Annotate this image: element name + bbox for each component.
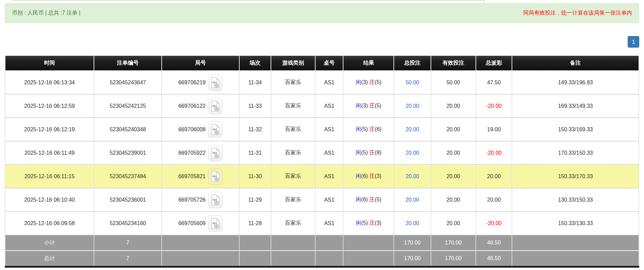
result-player-score: (6) — [361, 173, 369, 179]
video-replay-icon — [211, 148, 220, 158]
round-number: 669706219 — [178, 80, 206, 85]
cell-table-no: AS1 — [316, 95, 343, 118]
cell-bet-id: 523045234160 — [94, 212, 162, 235]
cell-payout: 20.00 — [476, 165, 512, 188]
table-row: 2025-12-16 06:09:58523045234160669705609… — [5, 212, 639, 235]
cell-result: 闲(6) 庄(3) — [343, 165, 394, 188]
cell-round: 669705922 — [162, 141, 239, 165]
cell-bet-id: 523045243647 — [94, 71, 162, 95]
summary-empty-cell — [343, 251, 394, 266]
cell-time: 2025-12-16 06:13:34 — [5, 71, 94, 95]
video-replay-button[interactable] — [208, 121, 223, 138]
cell-table-no: AS1 — [316, 71, 343, 95]
header-round: 局号 — [162, 56, 239, 71]
clipped-panel-border — [13, 0, 484, 1]
header-total-bet: 总投注 — [394, 56, 431, 71]
cell-remark: 169.33/149.33 — [512, 95, 639, 118]
video-replay-button[interactable] — [208, 215, 223, 232]
result-banker-label: 庄 — [369, 150, 375, 155]
cell-round: 669706219 — [162, 71, 239, 95]
summary-empty-cell — [316, 235, 343, 251]
result-banker-label: 庄 — [369, 197, 375, 202]
cell-game-type: 百家乐 — [271, 212, 316, 235]
video-replay-button[interactable] — [208, 98, 223, 114]
total-bet-link[interactable]: 20.00 — [405, 126, 419, 132]
cell-valid-bet: 50.00 — [431, 71, 476, 95]
cell-round: 669705726 — [162, 188, 239, 212]
total-bet-link[interactable]: 50.00 — [405, 80, 419, 85]
cell-total-bet: 20.00 — [394, 141, 431, 165]
cell-valid-bet: 20.00 — [431, 165, 476, 188]
cell-session: 11-31 — [240, 141, 271, 165]
video-replay-button[interactable] — [208, 145, 223, 161]
bet-records-table: 时间 注单编号 局号 场次 游戏类别 桌号 结果 总投注 有效投注 总派彩 备注… — [5, 56, 639, 268]
table-row: 2025-12-16 06:11:49523045239001669705922… — [5, 141, 639, 165]
result-banker-label: 庄 — [369, 103, 375, 108]
page-1-button[interactable]: 1 — [628, 36, 639, 48]
result-player-score: (5) — [361, 220, 369, 226]
total-bet-link[interactable]: 20.00 — [405, 197, 419, 203]
cell-time: 2025-12-16 06:12:19 — [5, 118, 94, 141]
cell-round: 669706122 — [162, 95, 239, 118]
clipped-panel-edge — [0, 0, 644, 3]
cell-result: 闲(5) 庄(6) — [343, 118, 394, 141]
cell-bet-id: 523045240348 — [94, 118, 162, 141]
result-banker-label: 庄 — [369, 126, 375, 132]
cell-session: 11-33 — [240, 95, 271, 118]
round-number: 669705922 — [178, 150, 206, 156]
grand-total-row: 总计7170.00170.0046.50 — [5, 251, 639, 266]
video-replay-button[interactable] — [208, 192, 223, 208]
cell-session: 11-29 — [240, 188, 271, 212]
result-banker-label: 庄 — [369, 220, 375, 226]
cell-remark: 150.33/169.33 — [512, 118, 639, 141]
summary-valid-bet: 170.00 — [431, 251, 476, 266]
cell-total-bet: 20.00 — [394, 188, 431, 212]
cell-total-bet: 20.00 — [394, 95, 431, 118]
cell-remark: 149.33/196.83 — [512, 71, 639, 95]
subtotal-row: 小计7170.00170.0046.50 — [5, 235, 639, 251]
cell-payout: 20.00 — [476, 188, 512, 212]
total-bet-link[interactable]: 20.00 — [405, 150, 419, 156]
result-banker-label: 庄 — [369, 173, 375, 179]
result-player-label: 闲 — [356, 220, 361, 226]
result-banker-score: (8) — [375, 150, 382, 155]
summary-count: 7 — [94, 235, 162, 251]
summary-empty-cell — [271, 235, 316, 251]
cell-valid-bet: 20.00 — [431, 188, 476, 212]
header-remark: 备注 — [512, 56, 639, 71]
table-row: 2025-12-16 06:12:19523045240348669706008… — [5, 118, 639, 141]
video-replay-icon — [211, 101, 220, 112]
header-time: 时间 — [5, 56, 94, 71]
table-header: 时间 注单编号 局号 场次 游戏类别 桌号 结果 总投注 有效投注 总派彩 备注 — [5, 56, 639, 71]
summary-total-bet: 170.00 — [394, 251, 431, 266]
cell-payout: 19.00 — [476, 118, 512, 141]
cell-table-no: AS1 — [316, 188, 343, 212]
cell-bet-id: 523045239001 — [94, 141, 162, 165]
total-bet-link[interactable]: 20.00 — [405, 173, 419, 179]
cell-valid-bet: 20.00 — [431, 118, 476, 141]
video-replay-button[interactable] — [208, 74, 223, 91]
cell-time: 2025-12-16 06:12:59 — [5, 95, 94, 118]
cell-result: 闲(5) 庄(3) — [343, 212, 394, 235]
summary-empty-cell — [162, 251, 239, 266]
cell-total-bet: 50.00 — [394, 71, 431, 95]
total-bet-link[interactable]: 20.00 — [405, 103, 419, 109]
video-replay-button[interactable] — [208, 168, 223, 185]
summary-payout: 46.50 — [476, 235, 512, 251]
cell-valid-bet: 20.00 — [431, 212, 476, 235]
total-bet-link[interactable]: 20.00 — [405, 220, 419, 226]
result-banker-score: (5) — [375, 79, 382, 85]
cell-table-no: AS1 — [316, 212, 343, 235]
cell-valid-bet: 20.00 — [431, 95, 476, 118]
result-player-score: (6) — [361, 197, 369, 202]
cell-result: 闲(3) 庄(5) — [343, 95, 394, 118]
cell-remark: 150.33/130.33 — [512, 212, 639, 235]
cell-game-type: 百家乐 — [271, 188, 316, 212]
summary-empty-cell — [343, 235, 394, 251]
table-row: 2025-12-16 06:13:34523045243647669706219… — [5, 71, 639, 95]
cell-time: 2025-12-16 06:10:40 — [5, 188, 94, 212]
cell-table-no: AS1 — [316, 141, 343, 165]
header-session: 场次 — [240, 56, 271, 71]
cell-time: 2025-12-16 06:11:15 — [5, 165, 94, 188]
cell-game-type: 百家乐 — [271, 118, 316, 141]
